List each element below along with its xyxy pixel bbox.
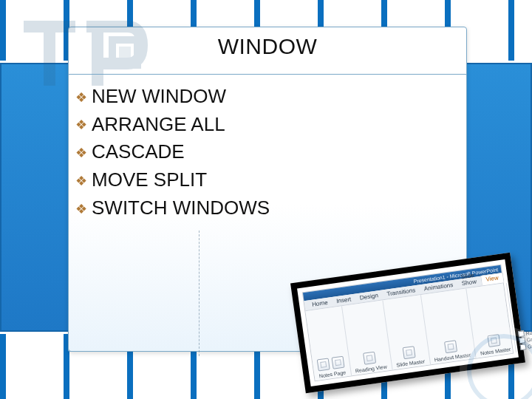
list-item-label: MOVE SPLIT (92, 166, 207, 194)
page-icon[interactable] (332, 356, 345, 369)
page-icon[interactable] (403, 346, 416, 359)
diamond-bullet-icon: ❖ (75, 115, 87, 134)
page-icon[interactable] (317, 358, 330, 371)
page-title: WINDOW (68, 34, 467, 59)
diamond-bullet-icon: ❖ (75, 143, 87, 163)
diamond-bullet-icon: ❖ (75, 88, 87, 107)
page-icon[interactable] (444, 340, 457, 353)
list-item: ❖ SWITCH WINDOWS (75, 194, 460, 222)
list-item-label: ARRANGE ALL (92, 111, 225, 139)
diamond-bullet-icon: ❖ (75, 171, 87, 191)
list-item: ❖ ARRANGE ALL (75, 111, 460, 139)
slide-stage: WINDOW ❖ NEW WINDOW ❖ ARRANGE ALL ❖ CASC… (0, 0, 532, 399)
group-label: Reading View (355, 364, 387, 374)
group-label: Slide Master (396, 358, 426, 367)
list-item-label: CASCADE (92, 138, 185, 166)
list-item-label: SWITCH WINDOWS (92, 194, 270, 222)
list-item: ❖ CASCADE (75, 138, 460, 166)
vertical-seam (199, 231, 200, 356)
group-label: Notes Page (318, 369, 346, 378)
list-item-label: NEW WINDOW (92, 83, 226, 111)
bullet-list: ❖ NEW WINDOW ❖ ARRANGE ALL ❖ CASCADE ❖ M… (75, 83, 460, 222)
list-item: ❖ NEW WINDOW (75, 83, 460, 111)
page-icon[interactable] (363, 352, 376, 365)
list-item: ❖ MOVE SPLIT (75, 166, 460, 194)
diamond-bullet-icon: ❖ (75, 200, 87, 219)
